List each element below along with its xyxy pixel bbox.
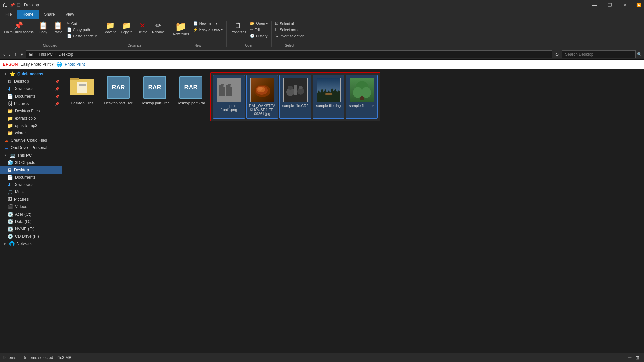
downloads-pc-icon: ⬇ [7, 182, 11, 187]
new-item-button[interactable]: 📄 New item ▾ [192, 21, 224, 26]
properties-button[interactable]: 🗒 Properties [229, 21, 248, 35]
new-label: New [171, 43, 224, 47]
pin-to-quick-access-button[interactable]: 📌 Pin to Quick access [2, 21, 36, 35]
address-input[interactable] [26, 50, 552, 58]
clipboard-label: Clipboard [2, 43, 98, 47]
search-input[interactable] [562, 50, 636, 58]
pin-small-icon2: 📌 [55, 87, 59, 91]
ribbon-toggle-icon[interactable]: 🔼 [636, 3, 641, 7]
downloads-pc-label: Downloads [13, 182, 33, 187]
sidebar-item-desktop-files[interactable]: 📁 Desktop FIles [0, 107, 62, 115]
sidebar-item-opus-to-mp3[interactable]: 📁 opus to mp3 [0, 122, 62, 129]
sidebar-item-creative-cloud[interactable]: ☁ Creative Cloud Files [0, 137, 62, 144]
tab-home[interactable]: Home [17, 10, 39, 19]
sidebar-item-pictures-qa[interactable]: 🖼 Pictures 📌 [0, 100, 62, 107]
sidebar-item-downloads-qa[interactable]: ⬇ Downloads 📌 [0, 85, 62, 93]
sidebar-item-music[interactable]: 🎵 Music [0, 188, 62, 196]
sidebar-item-nvme-e[interactable]: 💽 NVME (E:) [0, 225, 62, 233]
easy-access-button[interactable]: ⚡ Easy access ▾ [192, 27, 224, 33]
history-button[interactable]: 🕐 History [249, 33, 269, 39]
onedrive-icon: ☁ [4, 145, 9, 150]
new-item-icon: 📄 [193, 21, 198, 26]
photo-print-link[interactable]: Photo Print [65, 62, 85, 67]
search-icon: 🔍 [637, 52, 642, 57]
main-layout: ▼ ⭐ Quick access 🖥 Desktop 📌 ⬇ Downloads… [0, 69, 644, 353]
sidebar-item-pictures-pc[interactable]: 🖼 Pictures [0, 196, 62, 203]
sidebar-item-desktop-pc[interactable]: 🖥 Desktop [0, 166, 62, 174]
select-none-button[interactable]: ☐ Select none [274, 27, 306, 33]
file-item-cr2[interactable]: sample file.CR2 [279, 75, 311, 119]
edit-button[interactable]: ✏ Edit [249, 27, 269, 33]
copy-path-button[interactable]: 📄 Copy path [66, 27, 98, 33]
pin-small-icon4: 📌 [55, 102, 59, 106]
file-item-desktop-files[interactable]: Desktop FIles [65, 72, 99, 121]
refresh-button[interactable]: ↻ [554, 51, 560, 58]
sidebar-item-downloads-pc[interactable]: ⬇ Downloads [0, 181, 62, 188]
sidebar-item-documents-qa[interactable]: 📄 Documents 📌 [0, 93, 62, 100]
sidebar-item-videos[interactable]: 🎬 Videos [0, 203, 62, 210]
up-button[interactable]: ↑ [13, 51, 18, 58]
sidebar-item-winrar[interactable]: 📁 winrar [0, 129, 62, 137]
back-button[interactable]: ‹ [2, 51, 6, 58]
file-item-rar2[interactable]: RAR Desktop.part2.rar [138, 72, 171, 121]
file-item-steak-jpg[interactable]: RAL_OAKSTEAKHOUSE4-FE-09261.jpg [246, 75, 278, 119]
rename-button[interactable]: ✏ Rename [150, 21, 167, 35]
sidebar-desktop-label: Desktop [14, 79, 29, 84]
drive-c-icon: 💽 [7, 212, 13, 217]
drive-d-icon: 💽 [7, 219, 13, 224]
sidebar: ▼ ⭐ Quick access 🖥 Desktop 📌 ⬇ Downloads… [0, 69, 62, 353]
documents-pc-icon: 📄 [7, 175, 13, 180]
organize-group: 📁 Move to 📁 Copy to ✕ Delete ✏ Rename Or… [100, 21, 169, 47]
details-view-button[interactable]: ☰ [626, 354, 633, 361]
downloads-icon: ⬇ [7, 86, 11, 92]
open-icon: 📂 [250, 21, 255, 26]
copy-to-button[interactable]: 📁 Copy to [119, 21, 135, 35]
tab-file[interactable]: File [0, 10, 17, 19]
sidebar-winrar-label: winrar [15, 131, 26, 135]
selected-size: 25.3 MB [57, 355, 72, 360]
recent-button[interactable]: ▾ [19, 51, 24, 58]
cr2-thumb [283, 78, 308, 102]
organize-label: Organize [102, 43, 167, 47]
clipboard-small-buttons: ✂ Cut 📄 Copy path 📄 Paste shortcut [66, 21, 98, 39]
forward-button[interactable]: › [8, 51, 12, 58]
sidebar-item-this-pc[interactable]: ▼ 💻 This PC [0, 152, 62, 159]
network-icon: 🌐 [9, 241, 15, 246]
copy-to-icon: 📁 [122, 22, 131, 29]
open-button[interactable]: 📂 Open ▾ [249, 21, 269, 26]
videos-icon: 🎬 [7, 204, 13, 209]
epson-app-label[interactable]: Easy Photo Print ▾ [21, 62, 54, 67]
sidebar-item-cd-f[interactable]: 💿 CD Drive (F:) [0, 233, 62, 240]
network-label: Network [17, 241, 32, 246]
sidebar-item-network[interactable]: ▶ 🌐 Network [0, 240, 62, 247]
sidebar-item-3d-objects[interactable]: 🧊 3D Objects [0, 159, 62, 166]
tab-share[interactable]: Share [39, 10, 60, 19]
close-button[interactable]: ✕ [618, 0, 633, 10]
move-to-button[interactable]: 📁 Move to [102, 21, 118, 35]
large-icons-view-button[interactable]: ⊞ [634, 354, 641, 361]
invert-selection-button[interactable]: ⇅ Invert selection [274, 33, 306, 39]
paste-shortcut-button[interactable]: 📄 Paste shortcut [66, 33, 98, 39]
select-all-button[interactable]: ☑ Select all [274, 21, 306, 26]
new-folder-button[interactable]: 📁 New folder [171, 21, 191, 37]
maximize-button[interactable]: ❐ [602, 0, 618, 10]
file-item-dng[interactable]: sample file.dng [313, 75, 344, 119]
properties-icon: 🗒 [234, 22, 242, 29]
sidebar-item-onedrive[interactable]: ☁ OneDrive - Personal [0, 144, 62, 152]
paste-button[interactable]: 📋 Paste [51, 21, 65, 35]
sidebar-item-documents-pc[interactable]: 📄 Documents [0, 174, 62, 181]
sidebar-item-acer-c[interactable]: 💽 Acer (C:) [0, 210, 62, 218]
file-item-mp4[interactable]: sample file.mp4 [346, 75, 378, 119]
copy-button[interactable]: 📋 Copy [36, 21, 50, 35]
file-item-rar1[interactable]: RAR Desktop.part1.rar [102, 72, 135, 121]
file-item-polo-png[interactable]: nmc polo front1.png [213, 75, 245, 119]
tab-view[interactable]: View [60, 10, 79, 19]
file-item-rar3[interactable]: RAR Desktop.part3.rar [174, 72, 208, 121]
sidebar-item-desktop[interactable]: 🖥 Desktop 📌 [0, 78, 62, 85]
minimize-button[interactable]: — [587, 0, 602, 10]
sidebar-item-extract-cpio[interactable]: 📁 extract cpio [0, 115, 62, 122]
delete-button[interactable]: ✕ Delete [135, 21, 149, 35]
sidebar-item-data-d[interactable]: 💽 Data (D:) [0, 218, 62, 225]
sidebar-item-quick-access[interactable]: ▼ ⭐ Quick access [0, 70, 62, 78]
cut-button[interactable]: ✂ Cut [66, 21, 98, 26]
